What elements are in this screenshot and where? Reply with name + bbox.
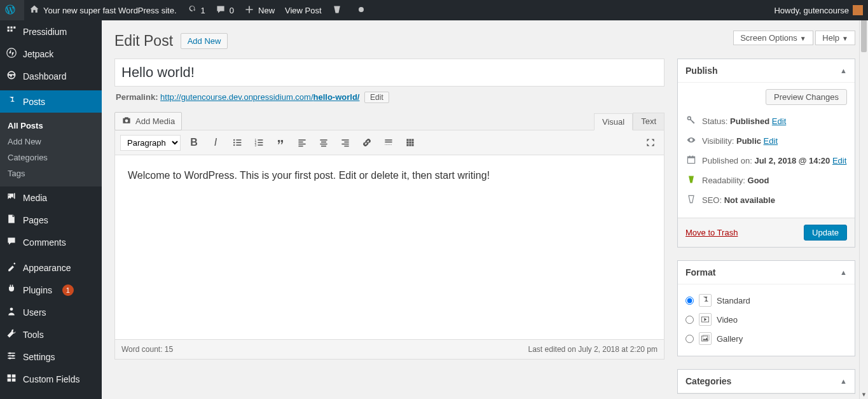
sidebar-label: Appearance <box>23 263 71 273</box>
sidebar-item-media[interactable]: Media <box>0 186 102 209</box>
sidebar-label: Media <box>23 193 47 203</box>
status-edit-link[interactable]: Edit <box>772 116 786 126</box>
new-content-menu[interactable]: New <box>239 0 280 20</box>
publish-metabox: Publish▲ Preview Changes Status: Publish… <box>677 59 855 248</box>
svg-point-0 <box>359 7 364 12</box>
yoast-menu[interactable] <box>327 0 351 20</box>
plus-icon <box>244 4 254 17</box>
comment-icon <box>6 236 17 248</box>
post-title-input[interactable] <box>114 59 665 87</box>
toolbar-toggle-button[interactable] <box>402 134 418 151</box>
add-media-button[interactable]: Add Media <box>114 112 182 130</box>
align-center-button[interactable] <box>315 134 332 151</box>
seo-value: Not available <box>724 195 775 205</box>
submenu-tags[interactable]: Tags <box>0 165 102 181</box>
tab-text[interactable]: Text <box>633 113 665 130</box>
svg-rect-36 <box>320 144 327 145</box>
svg-rect-16 <box>8 379 11 382</box>
sidebar-item-dashboard[interactable]: Dashboard <box>0 65 102 87</box>
format-radio-standard[interactable] <box>685 297 694 305</box>
status-label: Status: <box>702 116 727 126</box>
tab-visual[interactable]: Visual <box>594 113 633 130</box>
editor-status-bar: Word count: 15 Last edited on July 2, 20… <box>114 340 665 360</box>
sidebar-item-jetpack[interactable]: Jetpack <box>0 43 102 65</box>
align-right-button[interactable] <box>337 134 354 151</box>
update-button[interactable]: Update <box>804 225 847 241</box>
format-radio-gallery[interactable] <box>685 335 694 343</box>
svg-rect-38 <box>341 139 348 141</box>
format-radio-video[interactable] <box>685 316 694 324</box>
comments-menu[interactable]: 0 <box>210 0 239 20</box>
submenu-all-posts[interactable]: All Posts <box>0 118 102 134</box>
bullet-list-button[interactable] <box>229 134 245 151</box>
sidebar-item-comments[interactable]: Comments <box>0 231 102 253</box>
sidebar-item-pages[interactable]: Pages <box>0 209 102 231</box>
svg-rect-48 <box>409 141 411 143</box>
svg-rect-56 <box>689 156 691 157</box>
submenu-add-new[interactable]: Add New <box>0 134 102 150</box>
svg-rect-2 <box>10 27 12 29</box>
sidebar-label: Comments <box>23 237 66 248</box>
date-label: Published on: <box>702 156 752 165</box>
sidebar-label: Custom Fields <box>23 374 79 384</box>
yoast-seo-icon <box>685 194 697 206</box>
svg-rect-42 <box>385 139 392 141</box>
align-left-button[interactable] <box>294 134 310 151</box>
svg-point-11 <box>9 352 11 354</box>
account-menu[interactable]: Howdy, gutencourse <box>769 0 868 20</box>
sidebar-item-tools[interactable]: Tools <box>0 323 102 346</box>
format-metabox: Format▲ Standard Video Gallery <box>677 260 855 356</box>
svg-rect-47 <box>406 141 408 143</box>
submenu-categories[interactable]: Categories <box>0 150 102 165</box>
extra-menu[interactable] <box>351 0 375 20</box>
quote-button[interactable] <box>272 134 289 151</box>
calendar-icon <box>685 155 697 167</box>
sidebar-label: Pages <box>23 215 48 225</box>
format-standard[interactable]: Standard <box>685 291 847 310</box>
italic-button[interactable]: I <box>207 134 224 151</box>
categories-metabox: Categories▲ <box>677 369 855 394</box>
wp-logo-menu[interactable] <box>0 0 24 20</box>
fullscreen-button[interactable] <box>642 134 659 151</box>
sidebar-item-plugins[interactable]: Plugins1 <box>0 279 102 301</box>
site-name-menu[interactable]: Your new super fast WordPress site. <box>24 0 182 20</box>
new-label: New <box>258 6 275 15</box>
sidebar-item-custom-fields[interactable]: Custom Fields <box>0 368 102 390</box>
sidebar-item-appearance[interactable]: Appearance <box>0 256 102 279</box>
permalink-edit-button[interactable]: Edit <box>364 92 389 103</box>
chevron-up-icon: ▲ <box>840 377 847 385</box>
date-edit-link[interactable]: Edit <box>832 156 846 165</box>
format-gallery[interactable]: Gallery <box>685 329 847 348</box>
svg-rect-32 <box>298 144 305 145</box>
format-label: Standard <box>717 296 750 305</box>
link-button[interactable] <box>359 134 375 151</box>
categories-header[interactable]: Categories▲ <box>678 370 855 393</box>
updates-menu[interactable]: 1 <box>182 0 210 20</box>
plugins-badge: 1 <box>62 284 74 296</box>
window-scrollbar[interactable]: ▲ ▼ <box>859 0 868 399</box>
svg-rect-52 <box>411 144 413 146</box>
add-new-button[interactable]: Add New <box>181 33 228 49</box>
number-list-button[interactable]: 123 <box>251 134 267 151</box>
format-header[interactable]: Format▲ <box>678 261 855 284</box>
permalink-link[interactable]: http://gutencourse.dev.onpressidium.com/… <box>160 92 359 102</box>
format-video[interactable]: Video <box>685 310 847 329</box>
screen-options-button[interactable]: Screen Options▼ <box>733 31 813 45</box>
preview-changes-button[interactable]: Preview Changes <box>766 89 847 105</box>
publish-header[interactable]: Publish▲ <box>678 59 855 83</box>
sidebar-item-posts[interactable]: Posts <box>0 90 102 113</box>
sidebar-item-users[interactable]: Users <box>0 301 102 323</box>
sidebar-label: Plugins <box>23 285 52 295</box>
more-button[interactable] <box>380 134 397 151</box>
sidebar-item-pressidium[interactable]: Pressidium <box>0 20 102 43</box>
sidebar-item-settings[interactable]: Settings <box>0 346 102 368</box>
format-select[interactable]: Paragraph <box>120 135 181 151</box>
pressidium-icon <box>6 25 17 38</box>
move-to-trash-link[interactable]: Move to Trash <box>685 228 738 237</box>
view-post-link[interactable]: View Post <box>280 0 327 20</box>
visibility-edit-link[interactable]: Edit <box>764 136 778 146</box>
sidebar-label: Jetpack <box>23 49 53 59</box>
help-button[interactable]: Help▼ <box>815 31 855 45</box>
post-content-editor[interactable]: Welcome to WordPress. This is your first… <box>114 155 665 340</box>
bold-button[interactable]: B <box>186 134 202 151</box>
